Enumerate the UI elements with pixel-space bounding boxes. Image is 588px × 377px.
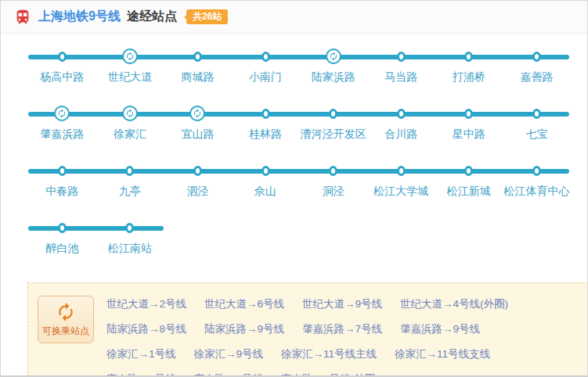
- station-name[interactable]: 中春路: [45, 185, 78, 199]
- station[interactable]: 杨高中路: [28, 48, 96, 84]
- station-name[interactable]: 松江体育中心: [503, 185, 569, 199]
- station-name[interactable]: 小南门: [249, 70, 282, 84]
- station[interactable]: 松江新城: [435, 163, 503, 199]
- station[interactable]: 打浦桥: [435, 48, 503, 84]
- page-subtitle: 途经站点: [127, 9, 177, 25]
- station[interactable]: 松江体育中心: [503, 163, 571, 199]
- line-name-link[interactable]: 上海地铁9号线: [38, 9, 121, 25]
- station-dot[interactable]: [532, 52, 541, 62]
- station-dot[interactable]: [125, 166, 134, 176]
- transfer-station-dot[interactable]: [122, 48, 138, 64]
- station-dot[interactable]: [532, 109, 541, 119]
- transfer-item[interactable]: 宜山路→3号线: [106, 372, 176, 377]
- station[interactable]: 漕河泾开发区: [299, 106, 367, 142]
- transfer-item[interactable]: 徐家汇→9号线: [194, 347, 264, 361]
- transfer-station-dot[interactable]: [54, 106, 70, 121]
- station-dot[interactable]: [464, 52, 473, 62]
- station-dot[interactable]: [464, 166, 473, 176]
- station-name[interactable]: 陆家浜路: [312, 70, 355, 84]
- station-dot[interactable]: [193, 166, 202, 176]
- station-dot[interactable]: [58, 223, 67, 233]
- station-name[interactable]: 合川路: [384, 127, 417, 142]
- transfer-station-dot[interactable]: [122, 106, 138, 121]
- station-name[interactable]: 杨高中路: [40, 70, 84, 84]
- transfer-item[interactable]: 徐家汇→11号线主线: [281, 347, 377, 361]
- station[interactable]: 合川路: [367, 106, 435, 142]
- station-name[interactable]: 七宝: [525, 127, 547, 142]
- station-name[interactable]: 九亭: [119, 185, 141, 199]
- station-dot[interactable]: [329, 166, 337, 176]
- station[interactable]: 松江南站: [96, 220, 164, 256]
- station[interactable]: 嘉善路: [503, 48, 571, 84]
- station-name[interactable]: 松江南站: [108, 242, 152, 256]
- station-name[interactable]: 醉白池: [45, 242, 78, 256]
- transfer-item[interactable]: 陆家浜路→8号线: [106, 322, 186, 336]
- station-dot[interactable]: [464, 109, 473, 119]
- transfer-item[interactable]: 陆家浜路→9号线: [204, 322, 284, 336]
- station[interactable]: 中春路: [28, 163, 96, 199]
- transfer-item[interactable]: 徐家汇→1号线: [106, 347, 176, 361]
- transfer-station-dot[interactable]: [326, 48, 341, 64]
- station-name[interactable]: 松江大学城: [373, 185, 428, 199]
- station[interactable]: 宜山路: [164, 106, 232, 142]
- station-name[interactable]: 商城路: [181, 70, 214, 84]
- transfer-item[interactable]: 世纪大道→9号线: [302, 297, 382, 311]
- station-dot[interactable]: [262, 52, 270, 62]
- station[interactable]: 小南门: [232, 48, 300, 84]
- station-dot-area: [464, 163, 473, 178]
- station-name[interactable]: 星中路: [453, 127, 485, 142]
- station[interactable]: 桂林路: [232, 106, 300, 142]
- station-dot[interactable]: [397, 166, 406, 176]
- station[interactable]: 世纪大道: [96, 48, 164, 84]
- station-dot-area: [532, 106, 541, 121]
- station-dot[interactable]: [397, 109, 406, 119]
- station-dot-area: [58, 163, 67, 178]
- station[interactable]: 佘山: [232, 163, 300, 199]
- station-dot[interactable]: [58, 166, 67, 176]
- station[interactable]: 九亭: [96, 163, 164, 199]
- station-name[interactable]: 桂林路: [249, 127, 282, 142]
- station-dot[interactable]: [532, 166, 541, 176]
- transfer-item[interactable]: 徐家汇→11号线支线: [395, 347, 490, 361]
- transfer-item[interactable]: 世纪大道→4号线(外圈): [400, 297, 508, 311]
- station-dot[interactable]: [193, 52, 202, 62]
- station-name[interactable]: 佘山: [254, 185, 276, 199]
- transfer-item[interactable]: 肇嘉浜路→7号线: [302, 322, 382, 336]
- station-name[interactable]: 徐家汇: [114, 127, 146, 142]
- transfer-station-dot[interactable]: [189, 106, 205, 121]
- transfer-item[interactable]: 宜山路→4号线(外圈): [281, 372, 379, 377]
- station[interactable]: 马当路: [367, 48, 435, 84]
- station-name[interactable]: 马当路: [384, 70, 417, 84]
- station[interactable]: 泗泾: [164, 163, 232, 199]
- station[interactable]: 肇嘉浜路: [28, 106, 96, 142]
- station[interactable]: 洞泾: [299, 163, 367, 199]
- station-dot-area: [464, 106, 473, 121]
- route-row: 中春路九亭泗泾佘山洞泾松江大学城松江新城松江体育中心: [28, 163, 569, 199]
- station-dot[interactable]: [329, 109, 337, 119]
- station[interactable]: 星中路: [435, 106, 503, 142]
- transfer-item[interactable]: 肇嘉浜路→9号线: [400, 322, 480, 336]
- transfer-item[interactable]: 世纪大道→6号线: [204, 297, 284, 311]
- station-name[interactable]: 世纪大道: [108, 70, 152, 84]
- station[interactable]: 醉白池: [28, 220, 96, 256]
- station-dot[interactable]: [125, 223, 134, 233]
- station[interactable]: 陆家浜路: [299, 48, 367, 84]
- station-dot[interactable]: [397, 52, 406, 62]
- station[interactable]: 徐家汇: [96, 106, 164, 142]
- station-name[interactable]: 宜山路: [181, 127, 214, 142]
- station-name[interactable]: 打浦桥: [453, 70, 485, 84]
- transfer-item[interactable]: 世纪大道→2号线: [106, 297, 186, 311]
- station[interactable]: 松江大学城: [367, 163, 435, 199]
- station-name[interactable]: 嘉善路: [520, 70, 553, 84]
- station-name[interactable]: 松江新城: [447, 185, 491, 199]
- station-name[interactable]: 肇嘉浜路: [40, 127, 84, 142]
- station-dot[interactable]: [58, 52, 67, 62]
- station-dot[interactable]: [262, 166, 270, 176]
- station-name[interactable]: 洞泾: [323, 185, 345, 199]
- station-dot[interactable]: [262, 109, 270, 119]
- transfer-item[interactable]: 宜山路→9号线: [194, 372, 264, 377]
- station[interactable]: 七宝: [503, 106, 571, 142]
- station[interactable]: 商城路: [164, 48, 232, 84]
- station-name[interactable]: 漕河泾开发区: [301, 127, 366, 142]
- station-name[interactable]: 泗泾: [186, 185, 208, 199]
